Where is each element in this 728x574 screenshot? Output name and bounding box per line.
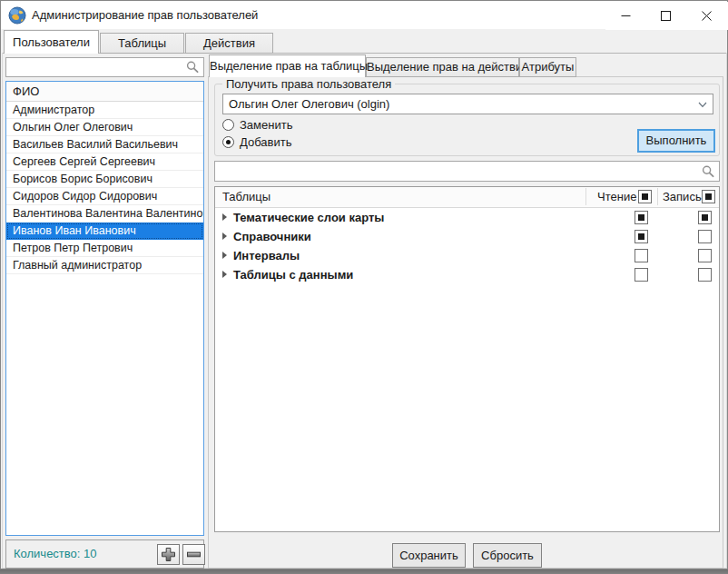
user-count-label: Количество: 10 — [14, 540, 97, 568]
reset-button[interactable]: Сбросить — [473, 543, 542, 568]
radio-add-circle — [222, 136, 234, 148]
user-combobox[interactable]: Ольгин Олег Олегович (olgin) — [222, 94, 713, 114]
tab-attributes[interactable]: Атрибуты — [519, 57, 576, 77]
user-row[interactable]: Иванов Иван Иванович — [6, 223, 203, 240]
user-row[interactable]: Борисов Борис Борисович — [6, 171, 203, 188]
column-read: Чтение — [597, 187, 636, 206]
minimize-button[interactable] — [605, 2, 645, 30]
radio-add-label: Добавить — [240, 135, 291, 149]
column-tables: Таблицы — [222, 187, 271, 206]
user-row[interactable]: Сидоров Сидор Сидорович — [6, 188, 203, 205]
write-checkbox[interactable] — [698, 211, 712, 224]
chevron-down-icon — [698, 102, 707, 108]
column-divider — [585, 188, 586, 205]
remove-user-button[interactable] — [182, 544, 205, 565]
permissions-table: Таблицы Чтение Запись Тематические слои … — [214, 186, 720, 532]
expand-icon[interactable] — [222, 252, 227, 259]
user-count-panel: Количество: 10 — [5, 539, 204, 569]
user-row[interactable]: Ольгин Олег Олегович — [6, 119, 203, 136]
tree-row[interactable]: Тематические слои карты — [215, 208, 719, 227]
user-row[interactable]: Администратор — [6, 102, 203, 119]
tree-row[interactable]: Таблицы с данными — [215, 265, 719, 284]
column-write: Запись — [663, 187, 702, 206]
user-row[interactable]: Васильев Василий Васильевич — [6, 136, 203, 153]
user-row[interactable]: Главный администратор — [6, 257, 203, 274]
user-row[interactable]: Валентинова Валентина Валентиновна — [6, 205, 203, 223]
table-search-box — [214, 161, 720, 182]
radio-replace-circle — [222, 119, 234, 131]
search-icon — [186, 61, 199, 74]
expand-icon[interactable] — [222, 233, 227, 240]
plus-icon — [161, 547, 176, 562]
save-button[interactable]: Сохранить — [392, 543, 466, 568]
close-icon — [702, 11, 712, 21]
tree-row-label: Таблицы с данными — [233, 265, 353, 284]
read-column-checkbox[interactable] — [638, 190, 652, 203]
radio-add[interactable]: Добавить — [222, 135, 291, 149]
globe-app-icon — [8, 6, 26, 25]
read-checkbox[interactable] — [635, 211, 648, 224]
tab-table-rights[interactable]: Выделение прав на таблицы — [209, 54, 366, 77]
user-list-header: ФИО — [6, 82, 203, 102]
write-checkbox[interactable] — [698, 230, 712, 243]
search-icon — [702, 165, 714, 178]
expand-icon[interactable] — [222, 271, 227, 278]
column-divider — [657, 188, 658, 205]
combobox-value: Ольгин Олег Олегович (olgin) — [229, 94, 389, 114]
write-checkbox[interactable] — [698, 268, 712, 282]
table-search-input[interactable] — [219, 163, 701, 182]
tree-row-label: Интервалы — [233, 246, 300, 265]
radio-replace-label: Заменить — [240, 118, 292, 132]
tab-actions[interactable]: Действия — [185, 33, 273, 54]
user-list: ФИО Администратор Ольгин Олег Олегович В… — [5, 81, 204, 536]
execute-button[interactable]: Выполнить — [637, 129, 715, 153]
user-search-box — [5, 57, 204, 77]
tab-action-rights[interactable]: Выделение прав на действия — [366, 57, 519, 77]
maximize-button[interactable] — [645, 2, 685, 30]
user-row[interactable]: Петров Петр Петрович — [6, 240, 203, 257]
tree-row-label: Справочники — [233, 227, 311, 246]
expand-icon[interactable] — [222, 213, 227, 221]
close-button[interactable] — [685, 2, 728, 30]
tree-row[interactable]: Интервалы — [215, 246, 719, 265]
tab-users[interactable]: Пользователи — [4, 30, 99, 54]
read-checkbox[interactable] — [635, 230, 648, 243]
permissions-table-header: Таблицы Чтение Запись — [215, 187, 719, 208]
read-checkbox[interactable] — [635, 268, 648, 282]
tree-row-label: Тематические слои карты — [233, 208, 384, 227]
screen: Администрирование прав пользователей Пол… — [0, 0, 728, 574]
user-search-input[interactable] — [10, 59, 185, 77]
minimize-icon — [621, 11, 631, 21]
write-column-checkbox[interactable] — [702, 190, 715, 203]
read-checkbox[interactable] — [635, 249, 648, 262]
maximize-icon — [661, 11, 671, 21]
titlebar: Администрирование прав пользователей — [1, 1, 727, 29]
window-title: Администрирование прав пользователей — [32, 1, 258, 29]
desktop-strip — [0, 569, 728, 574]
grant-rights-groupbox: Получить права пользователя Ольгин Олег … — [214, 84, 720, 156]
tree-row[interactable]: Справочники — [215, 227, 719, 246]
add-user-button[interactable] — [157, 544, 180, 565]
tab-tables[interactable]: Таблицы — [100, 33, 184, 54]
write-checkbox[interactable] — [698, 249, 712, 262]
user-row[interactable]: Сергеев Сергей Сергеевич — [6, 153, 203, 171]
groupbox-title: Получить права пользователя — [222, 77, 395, 91]
minus-icon — [186, 547, 202, 562]
radio-replace[interactable]: Заменить — [222, 118, 292, 132]
